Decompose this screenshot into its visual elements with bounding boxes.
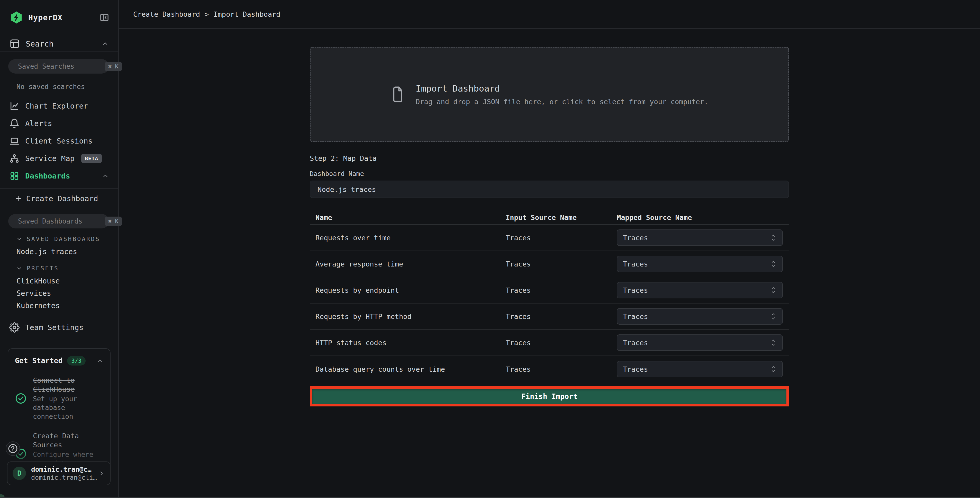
input-source-cell: Traces <box>506 260 617 268</box>
select-updown-icon <box>770 233 776 242</box>
sidebar-item-team-settings[interactable]: Team Settings <box>0 320 118 335</box>
select-updown-icon <box>770 365 776 374</box>
app-title: HyperDX <box>28 13 62 22</box>
chart-name-cell: Requests over time <box>310 234 506 242</box>
column-header-name: Name <box>310 214 506 222</box>
chart-name-cell: Average response time <box>310 260 506 268</box>
mapped-source-select[interactable]: Traces <box>617 334 783 351</box>
breadcrumb-separator: > <box>205 10 209 18</box>
saved-searches-input[interactable] <box>18 62 105 70</box>
table-row: Requests by endpoint Traces Traces <box>310 277 789 303</box>
mapped-source-select[interactable]: Traces <box>617 282 783 298</box>
chart-name-cell: Requests by HTTP method <box>310 313 506 321</box>
chevron-down-icon <box>16 265 22 271</box>
question-mark-icon <box>8 444 18 454</box>
sidebar: HyperDX Search ⌘ K No saved searches Cha… <box>0 0 119 498</box>
input-source-cell: Traces <box>506 313 617 321</box>
saved-searches-search[interactable]: ⌘ K <box>8 59 109 73</box>
sidebar-item-service-map[interactable]: Service Map BETA <box>0 150 118 167</box>
dropzone-title: Import Dashboard <box>416 83 708 94</box>
presets-group-toggle[interactable]: PRESETS <box>0 262 118 275</box>
preset-item[interactable]: ClickHouse <box>0 275 118 287</box>
logo-row: HyperDX <box>0 0 118 25</box>
selected-source-value: Traces <box>623 313 648 321</box>
selected-source-value: Traces <box>623 286 648 294</box>
table-header-row: Name Input Source Name Mapped Source Nam… <box>310 211 789 225</box>
input-source-cell: Traces <box>506 365 617 373</box>
saved-searches-kbd: ⌘ K <box>105 62 122 71</box>
topbar: Create Dashboard > Import Dashboard <box>119 0 980 29</box>
chart-explorer-icon <box>9 101 19 111</box>
mapped-source-select[interactable]: Traces <box>617 230 783 246</box>
chevron-up-icon <box>101 40 109 48</box>
input-source-cell: Traces <box>506 339 617 347</box>
main-area: Create Dashboard > Import Dashboard Impo… <box>119 0 980 498</box>
column-header-mapped-source: Mapped Source Name <box>617 214 789 222</box>
chevron-down-icon <box>16 236 22 242</box>
beta-badge: BETA <box>81 154 102 163</box>
mapped-source-select[interactable]: Traces <box>617 308 783 325</box>
select-updown-icon <box>770 260 776 268</box>
breadcrumb-create-dashboard[interactable]: Create Dashboard <box>133 10 200 18</box>
input-source-cell: Traces <box>506 234 617 242</box>
get-started-checklist: Connect to ClickHouse Set up your databa… <box>15 376 103 472</box>
preset-item[interactable]: Kubernetes <box>0 299 118 312</box>
dashboard-name-label: Dashboard Name <box>310 170 789 177</box>
select-updown-icon <box>770 286 776 295</box>
table-row: Database query counts over time Traces T… <box>310 356 789 382</box>
sidebar-section-label: Search <box>26 39 54 48</box>
json-dropzone[interactable]: Import Dashboard Drag and drop a JSON fi… <box>310 47 789 142</box>
user-email: dominic.tran@cli… <box>31 474 97 481</box>
import-content: Import Dashboard Drag and drop a JSON fi… <box>310 47 789 406</box>
selected-source-value: Traces <box>623 365 648 373</box>
get-started-progress-badge: 3/3 <box>67 356 86 366</box>
user-name: dominic.tran@c… <box>31 466 97 473</box>
file-icon <box>390 85 405 104</box>
dashboards-grid-icon <box>9 171 19 181</box>
chevron-up-icon[interactable] <box>96 357 103 364</box>
chart-name-cell: HTTP status codes <box>310 339 506 347</box>
help-button[interactable] <box>6 441 20 456</box>
create-dashboard-button[interactable]: Create Dashboard <box>0 189 118 208</box>
sidebar-item-alerts[interactable]: Alerts <box>0 115 118 132</box>
sidebar-collapse-icon[interactable] <box>99 12 110 22</box>
selected-source-value: Traces <box>623 234 648 242</box>
saved-dashboard-item[interactable]: Node.js traces <box>0 246 118 258</box>
user-account-button[interactable]: D dominic.tran@c… dominic.tran@cli… <box>7 461 111 485</box>
preset-item[interactable]: Services <box>0 287 118 299</box>
table-row: Requests by HTTP method Traces Traces <box>310 303 789 330</box>
sidebar-section-search[interactable]: Search <box>0 36 118 52</box>
search-board-icon <box>9 38 20 49</box>
chart-name-cell: Requests by endpoint <box>310 286 506 294</box>
window-bottom-edge <box>0 497 980 498</box>
sidebar-item-client-sessions[interactable]: Client Sessions <box>0 132 118 150</box>
no-saved-searches-note: No saved searches <box>16 83 118 91</box>
sidebar-nav: Chart Explorer Alerts Client Sessions Se… <box>0 97 118 189</box>
check-circle-icon <box>15 393 27 404</box>
table-body: Requests over time Traces Traces <box>310 225 789 382</box>
finish-import-highlight: Finish Import <box>310 386 789 406</box>
checklist-item[interactable]: Connect to ClickHouse Set up your databa… <box>15 376 103 421</box>
gear-icon <box>9 322 19 333</box>
selected-source-value: Traces <box>623 339 648 347</box>
mapping-table: Name Input Source Name Mapped Source Nam… <box>310 211 789 382</box>
dashboard-name-input[interactable] <box>310 180 789 198</box>
saved-dashboards-list: Node.js traces <box>0 246 118 258</box>
select-updown-icon <box>770 312 776 321</box>
hyperdx-logo-icon <box>10 11 23 24</box>
sidebar-item-dashboards[interactable]: Dashboards <box>0 167 118 185</box>
saved-dashboards-group-toggle[interactable]: SAVED DASHBOARDS <box>0 233 118 246</box>
mapped-source-select[interactable]: Traces <box>617 361 783 377</box>
mapped-source-select[interactable]: Traces <box>617 256 783 272</box>
finish-import-button[interactable]: Finish Import <box>312 389 786 404</box>
sidebar-item-chart-explorer[interactable]: Chart Explorer <box>0 97 118 115</box>
chevron-right-icon <box>98 470 105 477</box>
saved-dashboards-search[interactable]: ⌘ K <box>8 214 109 228</box>
service-map-icon <box>9 153 19 164</box>
column-header-input-source: Input Source Name <box>506 214 617 222</box>
table-row: Average response time Traces Traces <box>310 251 789 277</box>
saved-dashboards-input[interactable] <box>18 217 105 225</box>
dropzone-subtitle: Drag and drop a JSON file here, or click… <box>416 98 708 106</box>
breadcrumb-import-dashboard[interactable]: Import Dashboard <box>213 10 280 18</box>
get-started-title: Get Started <box>15 356 62 365</box>
